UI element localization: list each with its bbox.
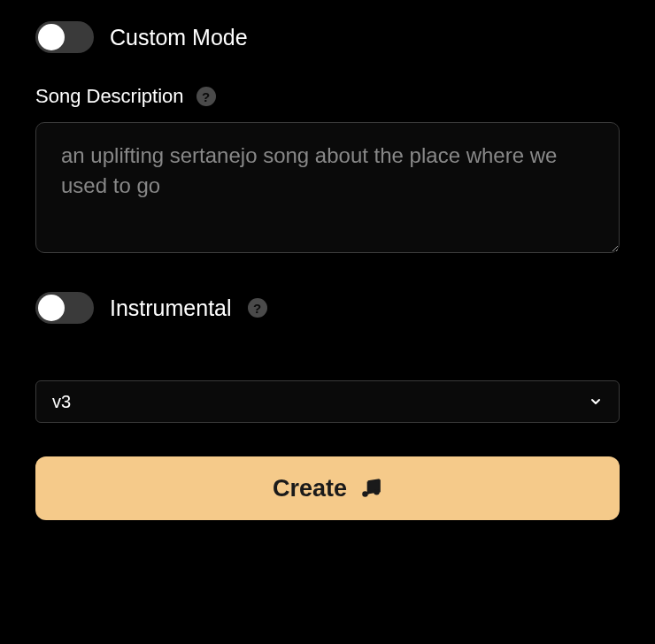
create-button-label: Create	[273, 475, 347, 502]
help-icon[interactable]: ?	[248, 298, 267, 318]
instrumental-toggle[interactable]	[35, 292, 94, 324]
custom-mode-label: Custom Mode	[110, 25, 248, 50]
toggle-knob	[38, 295, 65, 321]
song-description-input[interactable]	[35, 122, 620, 253]
instrumental-label: Instrumental	[110, 295, 232, 321]
music-icon	[359, 477, 382, 500]
custom-mode-toggle[interactable]	[35, 21, 94, 53]
song-description-label: Song Description	[35, 85, 184, 108]
version-select-value: v3	[52, 392, 71, 412]
help-icon[interactable]: ?	[196, 87, 216, 106]
toggle-knob	[38, 24, 65, 50]
version-select[interactable]: v3	[35, 380, 620, 423]
create-button[interactable]: Create	[35, 456, 620, 520]
chevron-down-icon	[589, 395, 603, 409]
